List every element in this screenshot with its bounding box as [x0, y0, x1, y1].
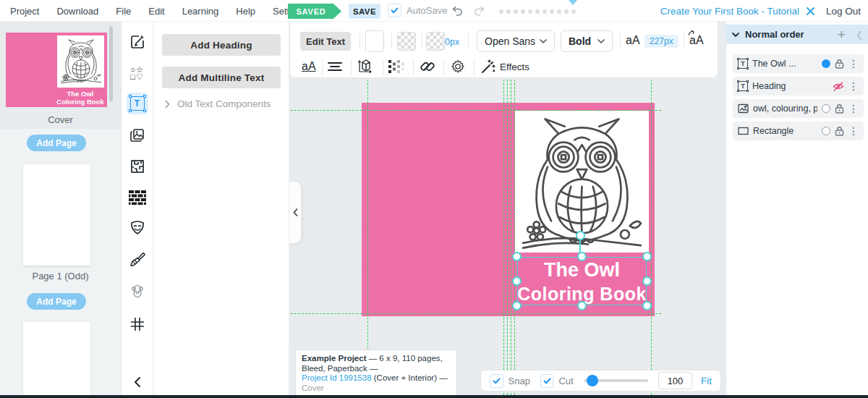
layer-menu-icon[interactable]: ⋮	[848, 126, 859, 136]
add-layer-icon[interactable]: +	[838, 27, 846, 41]
animal-tool-icon[interactable]	[127, 281, 148, 302]
logout-button[interactable]: Log Out	[826, 6, 861, 17]
chevron-down-icon	[732, 33, 739, 37]
layer-row-owl-image[interactable]: owl, colouring, p... ⋮	[733, 99, 864, 118]
fit-button[interactable]: Fit	[701, 376, 712, 386]
font-family-select[interactable]: Open Sans	[477, 30, 555, 52]
menu-file[interactable]: File	[107, 6, 140, 17]
collapse-layers-icon[interactable]: ❮	[856, 30, 863, 40]
tutorial-close-icon[interactable]	[807, 7, 814, 15]
text-tool-icon-selected[interactable]: T	[127, 93, 148, 114]
layer-selected-indicator[interactable]	[822, 59, 830, 68]
pages-sidebar: The Owl Coloring Book Cover Add Page Pag…	[0, 22, 122, 395]
handle-top-right[interactable]	[642, 252, 652, 261]
collapse-panel-tab[interactable]	[289, 181, 302, 244]
shapes-tool-icon[interactable]: ○☆□♡	[127, 62, 148, 84]
handle-mid-right[interactable]	[642, 276, 652, 286]
handle-top-left[interactable]	[512, 252, 522, 261]
layer-menu-icon[interactable]: ⋮	[848, 59, 859, 69]
info-page-label: Cover	[302, 384, 324, 392]
save-button[interactable]: SAVE	[349, 4, 380, 19]
layer-row-rectangle[interactable]: Rectangle ⋮	[733, 122, 864, 140]
lock-icon[interactable]	[835, 103, 844, 114]
zoom-slider[interactable]	[584, 379, 648, 382]
font-family-value: Open Sans	[485, 35, 535, 47]
text-scale-icon[interactable]: aA	[689, 34, 704, 47]
zoom-input[interactable]	[658, 372, 692, 389]
layer-menu-icon[interactable]: ⋮	[848, 81, 859, 91]
letter-spacing-icon[interactable]: aA	[302, 58, 316, 75]
rotation-handle[interactable]	[576, 231, 585, 240]
handle-bottom-center[interactable]	[577, 301, 587, 310]
project-id-link[interactable]: Project Id 1991538	[302, 373, 372, 382]
add-page-button-1[interactable]: Add Page	[27, 135, 86, 151]
menu-project[interactable]: Project	[1, 6, 48, 17]
add-page-button-2[interactable]: Add Page	[27, 293, 86, 310]
stroke-color-swatch[interactable]	[426, 32, 445, 51]
collapse-tools-icon[interactable]	[127, 371, 148, 393]
handle-bottom-left[interactable]	[512, 301, 522, 310]
background-color-swatch[interactable]	[397, 32, 416, 51]
mask-tool-icon[interactable]	[127, 217, 148, 239]
autosave-label: AutoSave	[407, 5, 447, 16]
cover-thumbnail[interactable]: The Owl Coloring Book	[6, 33, 107, 107]
stroke-width-value[interactable]: 0px	[445, 37, 459, 47]
menu-edit[interactable]: Edit	[140, 6, 173, 17]
layer-row-heading[interactable]: T Heading ⋮	[733, 77, 864, 96]
link-icon[interactable]	[420, 58, 435, 75]
cover-label: Cover	[0, 114, 121, 125]
zoom-slider-knob[interactable]	[587, 375, 598, 386]
font-weight-select[interactable]: Bold	[561, 30, 613, 52]
undo-icon[interactable]	[451, 6, 464, 16]
page-dots-indicator	[499, 9, 576, 14]
guide-horizontal-top	[291, 110, 661, 111]
settings-gear-icon[interactable]	[451, 58, 465, 75]
layer-row-the-owl[interactable]: T The Owl ... ⋮	[733, 54, 864, 73]
layers-header[interactable]: Normal order + ❮	[726, 25, 868, 44]
opacity-icon[interactable]	[388, 58, 404, 75]
brush-tool-icon[interactable]	[127, 249, 148, 271]
canvas-area[interactable]: Edit Text 0px Open Sans Bold aA	[289, 22, 726, 395]
page2-thumbnail[interactable]	[23, 322, 90, 395]
old-text-components-toggle[interactable]: Old Text Components	[165, 98, 271, 109]
edit-tool-icon[interactable]	[127, 31, 148, 53]
effects-label[interactable]: Effects	[500, 58, 529, 75]
edit-text-button[interactable]: Edit Text	[300, 32, 351, 51]
handle-bottom-right[interactable]	[642, 301, 652, 310]
text-selection-box[interactable]	[517, 257, 647, 305]
effects-wand-icon[interactable]	[481, 58, 495, 75]
redo-icon[interactable]	[473, 6, 485, 16]
layer-menu-icon[interactable]: ⋮	[848, 103, 859, 114]
window-bottom-edge	[0, 395, 868, 398]
layer-select-circle[interactable]	[822, 104, 830, 113]
patterns-tool-icon[interactable]	[127, 187, 148, 208]
image-layer-icon	[738, 103, 749, 114]
puzzles-tool-icon[interactable]	[127, 156, 148, 177]
font-size-icon[interactable]: aA	[626, 34, 640, 47]
grid-tool-icon[interactable]	[127, 313, 148, 335]
images-tool-icon[interactable]	[127, 124, 148, 146]
hidden-eye-icon[interactable]	[833, 82, 844, 91]
snap-checkbox[interactable]	[490, 374, 503, 388]
cut-checkbox[interactable]	[540, 374, 554, 388]
layer-select-circle[interactable]	[822, 127, 830, 135]
handle-top-center[interactable]	[577, 252, 587, 261]
menu-learning[interactable]: Learning	[174, 6, 228, 17]
add-multiline-text-button[interactable]: Add Multiline Text	[162, 67, 281, 88]
menu-download[interactable]: Download	[48, 6, 107, 17]
lock-icon[interactable]	[835, 59, 844, 69]
transform-3d-icon[interactable]	[357, 58, 374, 75]
font-size-value[interactable]: 227px	[644, 35, 678, 48]
handle-mid-left[interactable]	[512, 276, 522, 286]
page1-thumbnail[interactable]	[23, 164, 90, 266]
menu-help[interactable]: Help	[227, 6, 264, 17]
autosave-checkbox[interactable]	[388, 4, 401, 17]
sidebar-scrollbar[interactable]	[109, 26, 113, 101]
text-align-icon[interactable]	[328, 58, 342, 75]
guide-vertical-left	[367, 80, 368, 395]
add-heading-button[interactable]: Add Heading	[162, 34, 281, 56]
rectangle-layer-icon	[738, 127, 749, 135]
tutorial-link[interactable]: Create Your First Book - Tutorial	[660, 6, 799, 17]
lock-icon[interactable]	[835, 126, 844, 136]
fill-color-swatch[interactable]	[365, 30, 384, 52]
